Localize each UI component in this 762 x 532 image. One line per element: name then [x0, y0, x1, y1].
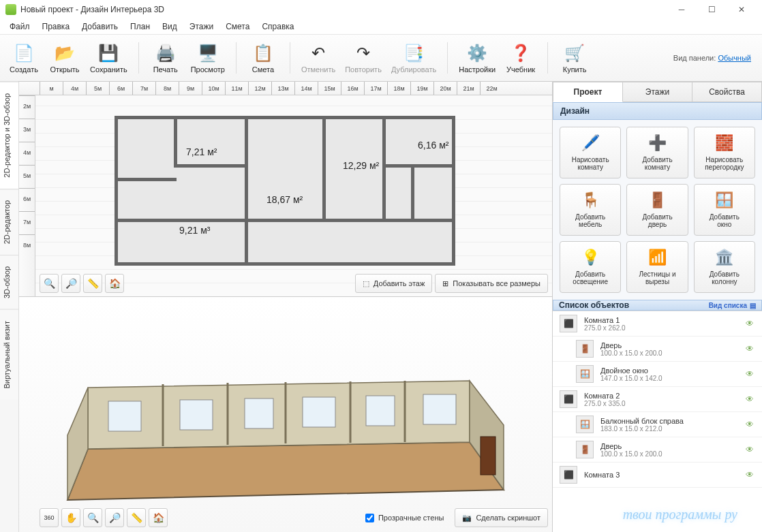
side-tab-3[interactable]: Виртуальный визит — [0, 309, 18, 400]
room-label: 6,16 м² — [418, 140, 448, 151]
wall[interactable] — [322, 119, 326, 219]
save-button[interactable]: 💾Сохранить — [86, 40, 132, 76]
pan-button[interactable]: ✋ — [61, 508, 80, 527]
home-3d-button[interactable]: 🏠 — [149, 508, 168, 527]
house-3d — [47, 313, 524, 517]
door-icon: 🚪 — [576, 340, 594, 358]
object-item[interactable]: 🪟Двойное окно147.0 x 15.0 x 142.0👁 — [553, 362, 762, 387]
wall[interactable] — [411, 164, 414, 219]
object-item[interactable]: ⬛Комната 3👁 — [553, 463, 762, 488]
plan-3d-view[interactable]: 360 ✋ 🔍 🔎 📏 🏠 Прозрачные стены 📷Сделать … — [19, 297, 552, 532]
settings-button[interactable]: ⚙️Настройки — [455, 40, 500, 76]
visibility-icon[interactable]: 👁 — [746, 420, 755, 429]
menu-Этажи[interactable]: Этажи — [184, 20, 219, 33]
main-toolbar: 📄Создать📂Открыть💾Сохранить🖨️Печать🖥️Прос… — [0, 34, 762, 82]
workspace: 2D-редактор и 3D-обзор2D-редактор3D-обзо… — [0, 82, 762, 532]
side-tab-1[interactable]: 2D-редактор — [0, 189, 18, 255]
tool-add-room[interactable]: ➕Добавитькомнату — [626, 127, 688, 178]
tool-add-column[interactable]: 🏛️Добавитьколонну — [694, 241, 755, 293]
zoom-out-button[interactable]: 🔍 — [40, 274, 59, 293]
transparent-walls-checkbox[interactable]: Прозрачные стены — [365, 514, 444, 522]
tool-add-light[interactable]: 💡Добавитьосвещение — [560, 241, 621, 293]
undo-button[interactable]: ↶Отменить — [297, 40, 339, 76]
menu-Справка[interactable]: Справка — [256, 20, 299, 33]
dims-icon: ⊞ — [442, 279, 448, 288]
ruler-button[interactable]: 📏 — [83, 274, 102, 293]
object-item[interactable]: 🚪Дверь100.0 x 15.0 x 200.0👁 — [553, 437, 762, 463]
ruler-3d-button[interactable]: 📏 — [127, 508, 146, 527]
panel-mode-link[interactable]: Обычный — [718, 54, 751, 62]
menu-Вид[interactable]: Вид — [157, 20, 183, 33]
dup-button[interactable]: 📑Дублировать — [387, 40, 440, 76]
menu-Файл[interactable]: Файл — [4, 20, 35, 33]
object-item[interactable]: ⬛Комната 2275.0 x 335.0👁 — [553, 387, 762, 412]
add-floor-button[interactable]: ⬚Добавить этаж — [355, 274, 432, 293]
object-item[interactable]: ⬛Комната 1275.0 x 262.0👁 — [553, 311, 762, 337]
tool-draw-wall[interactable]: 🧱Нарисоватьперегородку — [694, 127, 755, 178]
object-item[interactable]: 🚪Дверь100.0 x 15.0 x 200.0👁 — [553, 337, 762, 362]
menu-Смета[interactable]: Смета — [220, 20, 255, 33]
wall[interactable] — [382, 119, 386, 221]
wall[interactable] — [174, 164, 247, 168]
side-tab-0[interactable]: 2D-редактор и 3D-обзор — [0, 82, 18, 189]
help-button[interactable]: ❓Учебник — [501, 40, 540, 76]
tool-add-furn[interactable]: 🪑Добавитьмебель — [560, 184, 621, 236]
redo-button[interactable]: ↷Повторить — [341, 40, 386, 76]
right-panel: ПроектЭтажиСвойства Дизайн 🖊️Нарисоватьк… — [552, 82, 762, 532]
tool-add-window[interactable]: 🪟Добавитьокно — [694, 184, 755, 236]
tool-stairs[interactable]: 📶Лестницы ивырезы — [626, 241, 688, 293]
room-icon: ⬛ — [560, 466, 577, 484]
preview-icon: 🖥️ — [197, 42, 219, 64]
object-list[interactable]: ⬛Комната 1275.0 x 262.0👁🚪Дверь100.0 x 15… — [553, 311, 762, 532]
rotate-360-button[interactable]: 360 — [40, 508, 59, 527]
right-tab-Этажи[interactable]: Этажи — [623, 82, 692, 102]
floorplan[interactable]: 7,21 м²18,67 м²12,29 м²6,16 м²9,21 м³ — [115, 116, 455, 266]
add-window-icon: 🪟 — [715, 191, 734, 210]
list-mode-link[interactable]: Вид списка ▤ — [709, 302, 756, 309]
menu-Добавить[interactable]: Добавить — [76, 20, 123, 33]
add-column-icon: 🏛️ — [715, 249, 734, 268]
tool-draw-room[interactable]: 🖊️Нарисоватькомнату — [560, 127, 621, 178]
screenshot-button[interactable]: 📷Сделать скриншот — [455, 508, 548, 527]
wall[interactable] — [118, 219, 453, 222]
home-button[interactable]: 🏠 — [105, 274, 124, 293]
plan-2d-toolbar: 🔍 🔎 📏 🏠 ⬚Добавить этаж ⊞Показывать все р… — [40, 273, 548, 294]
new-button[interactable]: 📄Создать — [4, 40, 44, 76]
buy-button[interactable]: 🛒Купить — [555, 40, 594, 76]
object-item[interactable]: 🪟Балконный блок справа183.0 x 15.0 x 212… — [553, 412, 762, 437]
right-tab-Проект[interactable]: Проект — [553, 82, 623, 102]
visibility-icon[interactable]: 👁 — [746, 470, 755, 480]
zoom-out-3d-button[interactable]: 🔍 — [83, 508, 102, 527]
close-button[interactable]: ✕ — [727, 0, 757, 19]
preview-button[interactable]: 🖥️Просмотр — [187, 40, 229, 76]
open-button[interactable]: 📂Открыть — [45, 40, 85, 76]
print-icon: 🖨️ — [155, 42, 177, 64]
plan-2d-view[interactable]: 2м3м4м5м6м7м8м 7,21 м²18,67 м²12,29 м²6,… — [19, 95, 552, 297]
ruler-vertical: 2м3м4м5м6м7м8м — [19, 95, 35, 296]
wall[interactable] — [118, 178, 177, 181]
right-tab-Свойства[interactable]: Свойства — [692, 82, 762, 102]
wall[interactable] — [245, 119, 248, 262]
tool-add-door[interactable]: 🚪Добавитьдверь — [626, 184, 688, 236]
zoom-in-button[interactable]: 🔎 — [61, 274, 80, 293]
minimize-button[interactable]: ─ — [667, 0, 697, 19]
menu-Правка[interactable]: Правка — [37, 20, 76, 33]
maximize-button[interactable]: ☐ — [697, 0, 727, 19]
wall[interactable] — [174, 119, 177, 164]
show-dims-button[interactable]: ⊞Показывать все размеры — [435, 274, 548, 293]
visibility-icon[interactable]: 👁 — [746, 394, 755, 404]
redo-icon: ↷ — [352, 42, 374, 64]
menu-План[interactable]: План — [125, 20, 155, 33]
plan-3d-toolbar: 360 ✋ 🔍 🔎 📏 🏠 Прозрачные стены 📷Сделать … — [40, 507, 548, 528]
visibility-icon[interactable]: 👁 — [746, 344, 755, 354]
door-icon: 🚪 — [576, 441, 594, 458]
side-tab-2[interactable]: 3D-обзор — [0, 255, 18, 309]
print-button[interactable]: 🖨️Печать — [146, 40, 185, 76]
estimate-button[interactable]: 📋Смета — [243, 40, 283, 76]
visibility-icon[interactable]: 👁 — [746, 319, 755, 328]
visibility-icon[interactable]: 👁 — [746, 445, 755, 454]
new-icon: 📄 — [13, 42, 35, 64]
wall[interactable] — [382, 164, 453, 168]
visibility-icon[interactable]: 👁 — [746, 369, 755, 379]
zoom-in-3d-button[interactable]: 🔎 — [105, 508, 124, 527]
